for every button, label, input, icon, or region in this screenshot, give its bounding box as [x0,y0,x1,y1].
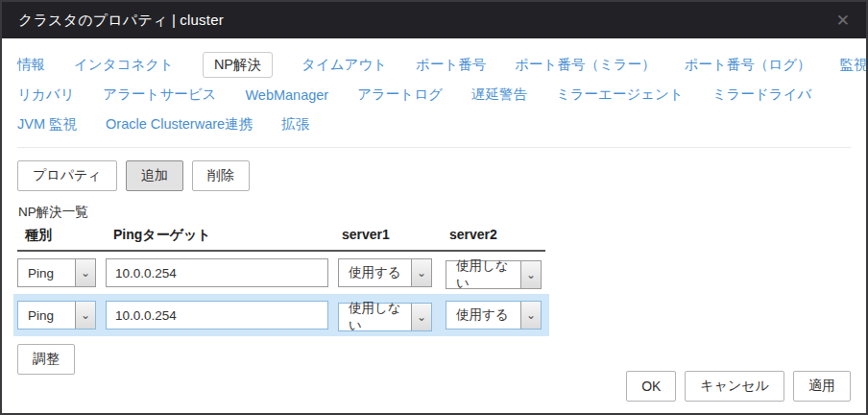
header-server2: server2 [446,227,547,244]
server1-select[interactable]: 使用しない ⌄ [338,303,432,331]
ok-button[interactable]: OK [626,371,676,402]
chevron-down-icon: ⌄ [411,259,431,286]
tab-port-number-mirror[interactable]: ポート番号（ミラー） [515,56,655,74]
tab-interconnect[interactable]: インタコネクト [74,56,174,74]
add-button[interactable]: 追加 [126,160,183,191]
header-type: 種別 [17,227,106,244]
chevron-down-icon: ⌄ [520,261,541,288]
server2-select[interactable]: 使用しない ⌄ [446,260,542,289]
type-select[interactable]: Ping ⌄ [17,301,96,330]
header-ping-target: Pingターゲット [106,227,338,244]
tab-port-number[interactable]: ポート番号 [416,56,486,74]
dialog-titlebar: クラスタのプロパティ | cluster ✕ [2,2,866,38]
chevron-down-icon: ⌄ [411,304,431,330]
table-row[interactable]: Ping ⌄ 使用する ⌄ 使用しない ⌄ [13,252,549,294]
apply-button[interactable]: 適用 [793,371,851,402]
tab-webmanager[interactable]: WebManager [245,87,328,103]
tab-row-2: リカバリ アラートサービス WebManager アラートログ 遅延警告 ミラー… [17,80,851,110]
delete-button[interactable]: 削除 [192,160,250,191]
cluster-properties-dialog: クラスタのプロパティ | cluster ✕ 情報 インタコネクト NP解決 タ… [0,0,868,415]
chevron-down-icon: ⌄ [75,302,95,329]
server1-select[interactable]: 使用する ⌄ [338,258,432,287]
tab-jvm-monitor[interactable]: JVM 監視 [17,115,77,134]
np-resolution-list-label: NP解決一覧 [2,191,866,223]
tab-recovery[interactable]: リカバリ [17,85,74,104]
table-header-row: 種別 Pingターゲット server1 server2 [17,223,545,252]
tab-extension[interactable]: 拡張 [281,115,309,134]
dialog-title: クラスタのプロパティ | cluster [18,12,224,30]
server2-select[interactable]: 使用する ⌄ [446,301,542,330]
cancel-button[interactable]: キャンセル [685,371,784,402]
tab-row-3: JVM 監視 Oracle Clusterware連携 拡張 [17,110,851,139]
tab-mirror-agent[interactable]: ミラーエージェント [556,85,684,104]
tab-oracle-clusterware[interactable]: Oracle Clusterware連携 [106,115,253,134]
list-toolbar: プロパティ 追加 削除 [2,148,866,191]
type-select[interactable]: Ping ⌄ [17,258,96,287]
properties-button[interactable]: プロパティ [17,160,117,191]
table-row-selected[interactable]: Ping ⌄ 使用しない ⌄ 使用する ⌄ [13,294,549,336]
chevron-down-icon: ⌄ [520,302,541,329]
tab-info[interactable]: 情報 [17,56,45,74]
ping-target-input[interactable] [106,301,328,330]
tab-strip: 情報 インタコネクト NP解決 タイムアウト ポート番号 ポート番号（ミラー） … [2,38,866,139]
ping-target-input[interactable] [106,258,328,287]
close-icon[interactable]: ✕ [836,12,850,29]
np-resolution-table: 種別 Pingターゲット server1 server2 Ping ⌄ 使用する… [17,223,851,336]
tab-mirror-driver[interactable]: ミラードライバ [712,85,812,104]
tab-np-resolution[interactable]: NP解決 [203,52,273,78]
tab-monitor[interactable]: 監視 [840,56,868,74]
tab-alert-service[interactable]: アラートサービス [103,85,216,104]
tab-timeout[interactable]: タイムアウト [301,56,387,74]
tab-alert-log[interactable]: アラートログ [357,85,443,104]
dialog-footer: OK キャンセル 適用 [626,371,851,402]
tab-row-1: 情報 インタコネクト NP解決 タイムアウト ポート番号 ポート番号（ミラー） … [17,50,851,80]
chevron-down-icon: ⌄ [75,259,95,286]
header-server1: server1 [338,227,446,244]
tab-port-number-log[interactable]: ポート番号（ログ） [685,56,811,74]
tab-delay-warning[interactable]: 遅延警告 [471,85,527,104]
tune-button[interactable]: 調整 [17,344,75,375]
